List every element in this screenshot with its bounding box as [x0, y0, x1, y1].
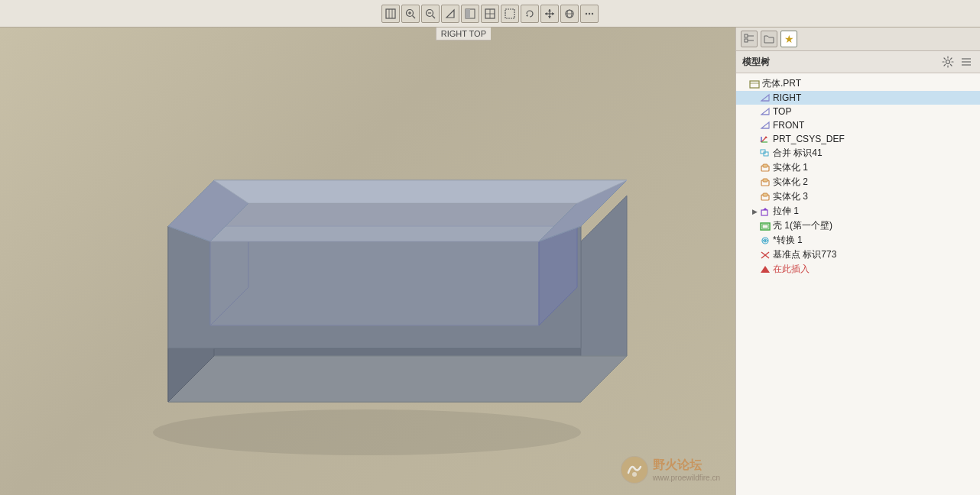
panel-header: 模型树: [736, 51, 980, 73]
viewport[interactable]: RIGHT TOP: [0, 28, 735, 495]
svg-rect-50: [745, 39, 748, 42]
content-area: RIGHT TOP: [0, 28, 980, 495]
svg-marker-20: [548, 9, 551, 11]
svg-marker-23: [552, 12, 554, 15]
tree-item-solid1[interactable]: 实体化 1: [736, 160, 980, 175]
svg-rect-77: [761, 210, 767, 215]
insert-icon: [759, 264, 771, 275]
star-tab[interactable]: ★: [780, 31, 797, 47]
svg-rect-48: [745, 34, 748, 37]
pull1-expander[interactable]: ▶: [750, 207, 759, 216]
app-container: RIGHT TOP: [0, 0, 980, 495]
toolbar-icons: [381, 5, 599, 23]
svg-rect-0: [386, 9, 395, 18]
svg-point-52: [946, 60, 950, 64]
spin-button[interactable]: [521, 5, 539, 23]
watermark-url: www.proewildfire.cn: [653, 474, 720, 482]
tree-label-solid2: 实体化 2: [773, 176, 808, 189]
columns-icon[interactable]: [959, 54, 974, 70]
settings-icon[interactable]: [940, 54, 956, 70]
svg-text:×: ×: [760, 139, 762, 144]
root-expander: [739, 79, 748, 89]
front-plane-icon: [759, 120, 771, 131]
tree-item-solid2[interactable]: 实体化 2: [736, 175, 980, 189]
normal-view-button[interactable]: [441, 5, 459, 23]
pan-button[interactable]: [540, 5, 559, 23]
svg-point-27: [586, 12, 587, 14]
tree-item-merge[interactable]: 合并 标识41: [736, 146, 980, 160]
svg-point-82: [764, 239, 767, 241]
watermark-brand-name: 野火论坛: [653, 458, 720, 474]
tree-label-pull1: 拉伸 1: [773, 205, 799, 218]
svg-point-47: [632, 472, 637, 477]
svg-marker-17: [526, 15, 528, 17]
3d-model-view: [0, 28, 734, 495]
panel-tabs: ★: [736, 28, 980, 51]
solid1-expander: [750, 163, 759, 173]
svg-marker-85: [761, 266, 770, 273]
transform1-icon: [759, 235, 771, 246]
svg-rect-74: [763, 179, 767, 182]
zoom-in-button[interactable]: [401, 5, 420, 23]
tree-label-solid3: 实体化 3: [773, 190, 808, 203]
wireframe-button[interactable]: [481, 5, 499, 23]
tree-label-shell1: 壳 1(第一个壁): [773, 219, 832, 232]
zoom-out-button[interactable]: [421, 5, 440, 23]
tree-container[interactable]: 壳体.PRT RIGHT: [736, 73, 980, 495]
right-plane-icon: [759, 92, 771, 103]
tree-item-pull1[interactable]: ▶ 拉伸 1: [736, 204, 980, 218]
root-icon: [748, 79, 761, 89]
model-tree-tab[interactable]: [741, 31, 758, 47]
tree-label-solid1: 实体化 1: [773, 161, 808, 174]
solid1-icon: [759, 163, 771, 173]
tree-item-top[interactable]: TOP: [736, 105, 980, 118]
tree-label-root: 壳体.PRT: [762, 77, 801, 90]
hidden-line-button[interactable]: [501, 5, 519, 23]
svg-rect-80: [762, 225, 768, 228]
shell1-expander: [750, 222, 759, 231]
svg-marker-42: [168, 226, 581, 241]
svg-marker-65: [764, 136, 767, 138]
right-panel: ★ 模型树: [735, 28, 980, 495]
tree-item-root[interactable]: 壳体.PRT: [736, 76, 980, 91]
merge-expander: [750, 149, 759, 158]
svg-marker-58: [761, 95, 769, 101]
orient-button[interactable]: [560, 5, 579, 23]
more-button[interactable]: [580, 5, 599, 23]
tree-item-shell1[interactable]: 壳 1(第一个壁): [736, 218, 980, 233]
svg-rect-72: [763, 164, 767, 167]
tree-item-csys[interactable]: × PRT_CSYS_DEF: [736, 132, 980, 146]
tree-label-csys: PRT_CSYS_DEF: [773, 134, 845, 144]
folder-tab[interactable]: [761, 31, 777, 47]
pull1-icon: [759, 206, 771, 217]
tree-item-front[interactable]: FRONT: [736, 118, 980, 132]
solid3-expander: [750, 192, 759, 202]
tree-item-point[interactable]: 基准点 标识773: [736, 247, 980, 262]
tree-label-front: FRONT: [773, 120, 804, 131]
svg-marker-78: [763, 208, 767, 210]
svg-rect-76: [763, 193, 767, 196]
transform1-expander: [750, 236, 759, 245]
watermark-logo: [621, 456, 648, 484]
solid3-icon: [759, 192, 771, 202]
right-expander: [750, 93, 759, 102]
solid2-icon: [759, 177, 771, 188]
svg-marker-10: [446, 10, 454, 18]
zoom-fit-button[interactable]: [381, 5, 400, 23]
csys-icon: ×: [759, 134, 771, 144]
svg-marker-60: [761, 108, 769, 115]
tree-item-right[interactable]: RIGHT: [736, 91, 980, 105]
panel-title: 模型树: [742, 56, 940, 69]
front-expander: [750, 121, 759, 130]
top-plane-icon: [759, 106, 771, 117]
tree-item-transform1[interactable]: *转换 1: [736, 233, 980, 247]
svg-point-28: [589, 12, 590, 14]
svg-marker-21: [548, 16, 551, 18]
csys-expander: [750, 134, 759, 144]
star-icon: ★: [784, 33, 794, 45]
tree-item-solid3[interactable]: 实体化 3: [736, 189, 980, 204]
tree-item-insert[interactable]: 在此插入: [736, 262, 980, 277]
svg-marker-62: [761, 122, 769, 128]
svg-line-6: [413, 15, 416, 18]
shaded-button[interactable]: [461, 5, 479, 23]
